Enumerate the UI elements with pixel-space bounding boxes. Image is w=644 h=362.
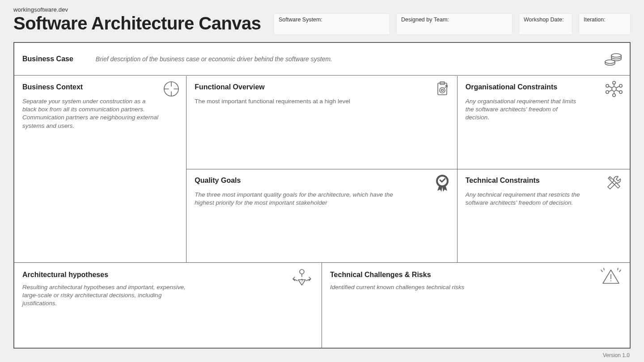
field-designed-by-team[interactable]: Designed by Team: [396, 13, 513, 35]
tools-icon [605, 174, 623, 193]
field-iteration[interactable]: Iteration: [579, 13, 631, 35]
business-case-title: Business Case [22, 55, 73, 63]
cell-functional-overview: Functional Overview The most important f… [186, 76, 457, 169]
cell-quality-goals: Quality Goals The three most important q… [186, 169, 457, 263]
field-label: Designed by Team: [401, 17, 449, 23]
svg-point-1 [611, 54, 621, 57]
cell-desc: The three most important quality goals f… [195, 191, 411, 207]
canvas: Business Case Brief description of the b… [13, 42, 631, 349]
field-label: Iteration: [584, 17, 606, 23]
main-grid: Functional Overview The most important f… [14, 76, 630, 263]
cell-desc: Resulting architectural hypotheses and i… [22, 283, 197, 308]
crosshair-icon [163, 80, 180, 97]
decision-icon: ? [290, 267, 314, 288]
svg-point-10 [606, 84, 609, 87]
warning-icon [600, 267, 622, 285]
svg-point-4 [440, 88, 445, 93]
field-label: Software System: [279, 17, 322, 23]
cell-desc: Any technical requirement that restricts… [466, 191, 583, 207]
cell-technical-risks: Technical Challenges & Risks Identified … [322, 263, 630, 348]
svg-text:?: ? [301, 278, 303, 283]
cell-desc: Separate your system under construction … [22, 97, 159, 130]
svg-point-11 [619, 84, 622, 87]
cell-title: Technical Constraints [466, 177, 622, 185]
svg-point-15 [300, 269, 304, 274]
bottom-row: Architectural hypotheses Resulting archi… [14, 262, 630, 348]
cell-business-context: Business Context Separate your system un… [14, 76, 186, 263]
award-icon [434, 174, 451, 193]
site-label: workingsoftware.dev [13, 6, 261, 13]
cell-title: Architectural hypotheses [22, 271, 314, 279]
cell-organisational-constraints: Organisational Constraints Any organisat… [458, 76, 630, 169]
version-label: Version 1.0 [603, 352, 630, 358]
row-business-case: Business Case Brief description of the b… [14, 43, 630, 76]
field-software-system[interactable]: Software System: [274, 13, 390, 35]
network-nodes-icon [605, 80, 623, 97]
header: workingsoftware.dev Software Architectur… [0, 0, 644, 35]
cell-desc: Any organisational requirement that limi… [466, 97, 583, 122]
cell-title: Organisational Constraints [466, 83, 622, 91]
cell-title: Technical Challenges & Risks [330, 271, 622, 279]
business-case-desc: Brief description of the business case o… [96, 55, 332, 63]
meta-fields: Software System: Designed by Team: Works… [274, 13, 631, 35]
title-block: workingsoftware.dev Software Architectur… [13, 6, 261, 33]
cell-technical-constraints: Technical Constraints Any technical requ… [458, 169, 630, 263]
svg-point-13 [619, 91, 622, 93]
cell-architectural-hypotheses: Architectural hypotheses Resulting archi… [14, 263, 322, 348]
cell-desc: Identified current known challenges tech… [330, 283, 622, 291]
svg-point-5 [441, 89, 443, 92]
page-title: Software Architecture Canvas [13, 14, 261, 33]
cell-title: Quality Goals [195, 177, 449, 185]
field-label: Workshop Date: [524, 17, 564, 23]
coins-icon [604, 52, 623, 66]
clipboard-target-icon [435, 80, 451, 97]
cell-title: Business Context [22, 83, 178, 91]
svg-point-7 [612, 87, 616, 91]
cell-title: Functional Overview [195, 83, 449, 91]
cell-desc: The most important functional requiremen… [195, 97, 411, 105]
svg-point-12 [606, 91, 609, 93]
field-workshop-date[interactable]: Workshop Date: [519, 13, 572, 35]
